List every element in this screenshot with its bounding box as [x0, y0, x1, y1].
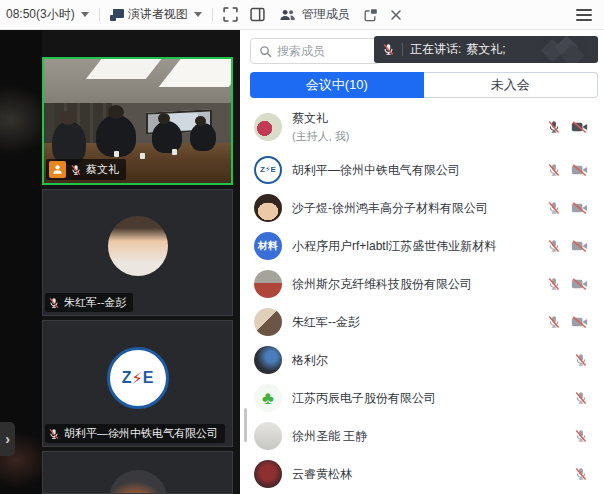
search-input[interactable] — [277, 44, 367, 58]
member-name: 格利尔 — [292, 352, 564, 369]
member-row[interactable]: Z⚡E 胡利平—徐州中铁电气有限公司 — [240, 151, 604, 189]
mic-status-icon[interactable] — [574, 391, 588, 405]
camera-status-icon[interactable] — [571, 315, 588, 329]
meeting-timer-dropdown[interactable]: 08:50(3小时) — [0, 0, 95, 29]
member-avatar — [254, 422, 282, 450]
participant-name: 蔡文礼 — [86, 162, 119, 177]
view-mode-label: 演讲者视图 — [128, 6, 188, 23]
member-avatar — [254, 270, 282, 298]
member-avatar: ♣ — [254, 384, 282, 412]
member-name: 蔡文礼 — [292, 110, 537, 127]
member-row[interactable]: 徐州圣能 王静 — [240, 417, 604, 455]
member-row[interactable]: 沙子煜-徐州鸿丰高分子材料有限公司 — [240, 189, 604, 227]
search-icon — [259, 45, 272, 58]
video-name-label: 蔡文礼 — [46, 159, 126, 180]
speaker-view-icon — [110, 9, 124, 21]
company-logo-avatar: Z⚡E — [107, 347, 169, 409]
member-row[interactable]: 朱红军--金彭 — [240, 303, 604, 341]
scrollbar-thumb[interactable] — [244, 408, 247, 442]
member-row[interactable]: 材料 小程序用户rf+labtl江苏盛世伟业新材料 — [240, 227, 604, 265]
tab-in-meeting[interactable]: 会议中(10) — [250, 72, 424, 98]
mic-muted-icon — [48, 428, 60, 440]
meeting-app-window: 08:50(3小时) 演讲者视图 管理成员 › — [0, 0, 604, 494]
mic-status-icon[interactable] — [547, 163, 561, 177]
member-avatar — [254, 460, 282, 488]
speaking-now-toast: 正在讲话: 蔡文礼; — [374, 36, 598, 63]
expand-panel-button[interactable]: › — [0, 422, 15, 456]
member-avatar — [254, 346, 282, 374]
fullscreen-button[interactable] — [217, 0, 244, 29]
participant-avatar — [108, 216, 168, 276]
close-panel-icon[interactable] — [390, 9, 402, 21]
manage-members-tab[interactable]: 管理成员 — [271, 0, 410, 29]
member-name: 胡利平—徐州中铁电气有限公司 — [292, 162, 537, 179]
participant-name: 胡利平—徐州中铁电气有限公司 — [64, 426, 218, 441]
chevron-down-icon — [194, 12, 202, 17]
mic-status-icon[interactable] — [574, 429, 588, 443]
video-name-label: 朱红军--金彭 — [45, 293, 133, 312]
mic-status-icon[interactable] — [574, 467, 588, 481]
member-row[interactable]: 蔡文礼 (主持人, 我) — [240, 103, 604, 151]
member-subtitle: (主持人, 我) — [292, 129, 537, 144]
member-avatar — [254, 308, 282, 336]
people-icon — [279, 8, 296, 22]
member-name: 徐州圣能 王静 — [292, 428, 564, 445]
meeting-timer: 08:50(3小时) — [6, 6, 75, 23]
panel-title: 管理成员 — [302, 6, 350, 23]
member-name: 江苏丙辰电子股份有限公司 — [292, 390, 564, 407]
member-row[interactable]: ♣ 江苏丙辰电子股份有限公司 — [240, 379, 604, 417]
host-badge-icon — [49, 161, 66, 178]
member-name: 云睿黄松林 — [292, 466, 564, 483]
mic-muted-icon — [48, 297, 60, 309]
member-search-box[interactable] — [250, 38, 380, 64]
mic-status-icon[interactable] — [547, 201, 561, 215]
camera-status-icon[interactable] — [571, 163, 588, 177]
member-row[interactable]: 徐州斯尔克纤维科技股份有限公司 — [240, 265, 604, 303]
member-row[interactable]: 云睿黄松林 — [240, 455, 604, 493]
mic-active-icon — [382, 43, 395, 56]
toolbar-divider — [99, 8, 100, 22]
toast-divider — [402, 43, 403, 56]
video-tile-partial[interactable] — [42, 451, 233, 494]
side-panel-layout-button[interactable] — [244, 0, 271, 29]
member-avatar — [254, 113, 282, 141]
member-list: 蔡文礼 (主持人, 我) Z⚡E 胡利平—徐州中铁电气有限公司 沙子煜-徐州鸿丰… — [240, 103, 604, 494]
menu-button[interactable] — [564, 9, 604, 21]
member-row[interactable]: 格利尔 — [240, 341, 604, 379]
speaking-name: 蔡文礼; — [466, 41, 505, 58]
top-toolbar: 08:50(3小时) 演讲者视图 管理成员 — [0, 0, 604, 30]
toolbar-divider — [212, 8, 213, 22]
camera-status-icon[interactable] — [571, 201, 588, 215]
chevron-down-icon — [81, 12, 89, 17]
member-name: 朱红军--金彭 — [292, 314, 537, 331]
popout-panel-icon[interactable] — [364, 8, 378, 22]
video-thumbnails-area: › 蔡文礼 — [0, 30, 240, 494]
video-name-label: 胡利平—徐州中铁电气有限公司 — [45, 424, 225, 443]
mic-status-icon[interactable] — [547, 239, 561, 253]
mic-status-icon[interactable] — [547, 120, 561, 134]
mic-status-icon[interactable] — [547, 277, 561, 291]
camera-status-icon[interactable] — [571, 277, 588, 291]
participant-name: 朱红军--金彭 — [64, 295, 126, 310]
member-name: 沙子煜-徐州鸿丰高分子材料有限公司 — [292, 200, 537, 217]
member-avatar — [254, 194, 282, 222]
speaking-label: 正在讲话: — [410, 41, 461, 58]
camera-status-icon[interactable] — [571, 239, 588, 253]
member-tabs: 会议中(10) 未入会 — [250, 72, 598, 98]
view-mode-dropdown[interactable]: 演讲者视图 — [104, 0, 208, 29]
camera-status-icon[interactable] — [571, 120, 588, 134]
member-avatar: 材料 — [254, 232, 282, 260]
tab-not-joined[interactable]: 未入会 — [424, 72, 599, 98]
mic-status-icon[interactable] — [547, 315, 561, 329]
video-tile-active-speaker[interactable]: 蔡文礼 — [42, 57, 233, 185]
mic-on-icon — [70, 164, 82, 176]
video-tile[interactable]: Z⚡E 胡利平—徐州中铁电气有限公司 — [42, 320, 233, 447]
member-management-panel: 正在讲话: 蔡文礼; 会议中(10) 未入会 蔡文礼 (主持人, 我) Z⚡E … — [240, 30, 604, 494]
member-name: 小程序用户rf+labtl江苏盛世伟业新材料 — [292, 238, 537, 255]
participant-avatar — [109, 470, 167, 494]
member-name: 徐州斯尔克纤维科技股份有限公司 — [292, 276, 537, 293]
watermark-logo — [538, 38, 588, 63]
member-avatar: Z⚡E — [254, 156, 282, 184]
mic-status-icon[interactable] — [574, 353, 588, 367]
video-tile[interactable]: 朱红军--金彭 — [42, 189, 233, 316]
